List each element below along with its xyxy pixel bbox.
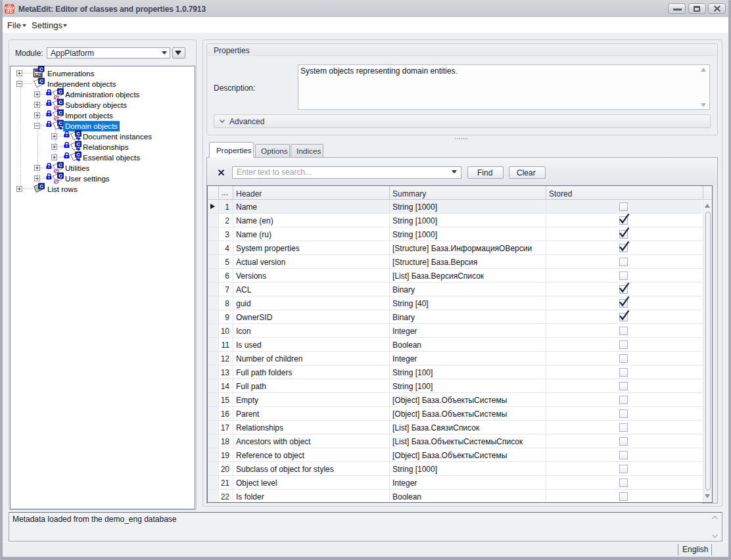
- svg-text:C: C: [76, 131, 80, 137]
- svg-text:C: C: [76, 141, 80, 147]
- svg-text:C: C: [59, 110, 62, 116]
- svg-text:C: C: [59, 173, 62, 179]
- svg-text:C: C: [39, 66, 43, 72]
- svg-text:123: 123: [35, 72, 42, 76]
- svg-text:C: C: [59, 89, 62, 95]
- svg-text:C: C: [59, 99, 62, 105]
- svg-text:C: C: [59, 162, 62, 168]
- svg-text:C: C: [39, 78, 43, 84]
- svg-text:C: C: [76, 152, 80, 158]
- svg-text:C: C: [59, 120, 62, 126]
- svg-text:C: C: [39, 183, 43, 189]
